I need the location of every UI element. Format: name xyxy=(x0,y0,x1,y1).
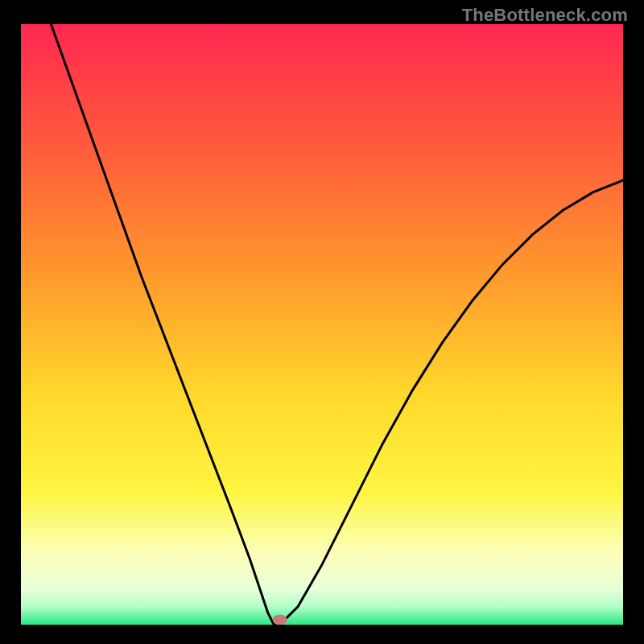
optimum-marker-icon xyxy=(273,615,287,625)
chart-svg xyxy=(21,24,623,625)
gradient-background xyxy=(21,24,623,625)
chart-container: TheBottleneck.com xyxy=(0,0,644,644)
watermark-text: TheBottleneck.com xyxy=(462,5,628,26)
plot-area xyxy=(21,24,623,625)
